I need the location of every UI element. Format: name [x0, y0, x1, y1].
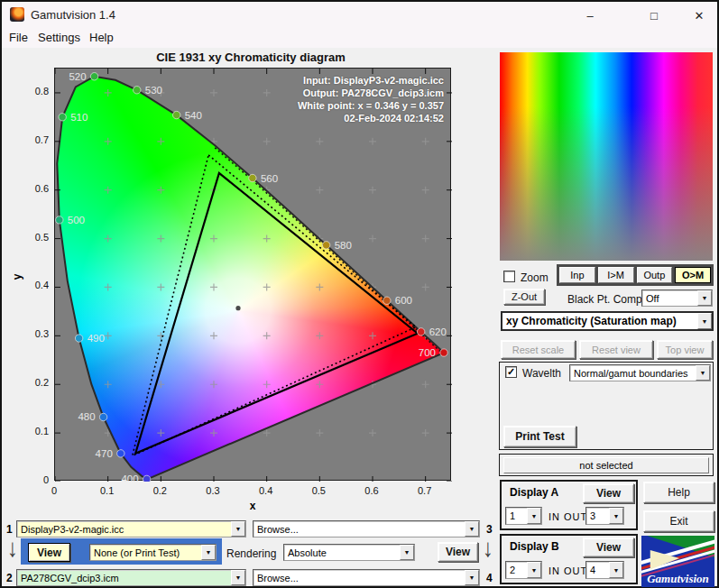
chevron-down-icon[interactable]: ▼ [231, 521, 245, 537]
io-button-inp[interactable]: Inp [559, 267, 595, 283]
output-view-button[interactable]: View [438, 542, 478, 562]
logo-text: Gamutvision [641, 572, 714, 586]
wavelength-label-520: 520 [69, 71, 86, 82]
io-button-om[interactable]: O>M [675, 267, 711, 283]
wavelength-label-490: 490 [88, 333, 105, 344]
grid-cross [105, 283, 112, 290]
wavelength-label-480: 480 [78, 411, 95, 422]
dotted-gamut-triangle [133, 155, 416, 456]
wavelength-label-540: 540 [185, 110, 202, 121]
hue-saturation-preview [500, 52, 713, 261]
y-tick-label: 0.3 [20, 328, 49, 339]
wavelength-dot-520 [90, 73, 97, 80]
grid-cross [157, 429, 164, 436]
chevron-down-icon[interactable]: ▼ [231, 570, 245, 585]
input-view-button[interactable]: View [28, 543, 70, 562]
help-button[interactable]: Help [643, 482, 714, 503]
display-b-view-button[interactable]: View [583, 537, 634, 557]
reset-view-button[interactable]: Reset view [579, 340, 653, 359]
rendering-intent-select[interactable]: Absolute ▼ [283, 544, 415, 561]
print-test-button[interactable]: Print Test [503, 426, 576, 447]
y-tick-label: 0.6 [20, 183, 49, 194]
grid-cross [105, 187, 112, 194]
input-browse-select[interactable]: Browse... ▼ [253, 520, 480, 537]
test-pattern-select[interactable]: None (or Print Test) ▼ [89, 544, 217, 561]
menu-settings[interactable]: Settings [38, 31, 80, 44]
grid-cross [316, 381, 323, 388]
menu-help[interactable]: Help [89, 31, 114, 44]
y-tick-label: 0.2 [20, 377, 49, 388]
display-a-view-button[interactable]: View [583, 483, 634, 503]
wavelength-dot-490 [75, 335, 82, 342]
y-tick-label: 0.7 [20, 134, 49, 145]
wavelength-dot-580 [322, 242, 329, 249]
zoom-checkbox[interactable] [503, 271, 515, 282]
annotation-output: Output: PA278CGV_dcip3.icm [298, 87, 444, 99]
rendering-label: Rendering [226, 547, 276, 560]
grid-cross [422, 138, 429, 145]
io-button-im[interactable]: I>M [598, 267, 634, 283]
flow-down-arrow-icon: ↓ [483, 534, 493, 563]
input-profile-select[interactable]: DisplayP3-v2-magic.icc ▼ [16, 520, 246, 537]
x-axis-label: x [245, 500, 260, 512]
chevron-down-icon[interactable]: ▼ [465, 521, 479, 537]
menu-bar: File Settings Help [2, 27, 717, 48]
grid-cross [263, 138, 271, 145]
io-button-group: Inp I>M Outp O>M [557, 264, 714, 286]
map-type-select[interactable]: xy Chromaticity (Saturation map) ▼ [501, 311, 714, 331]
wavelength-dot-700 [440, 349, 447, 356]
boundaries-select[interactable]: Normal/gamut boundaries ▼ [569, 364, 711, 381]
display-b-in-select[interactable]: 2 ▼ [505, 561, 542, 579]
display-a-title: Display A [510, 486, 558, 499]
chevron-down-icon[interactable]: ▼ [527, 508, 541, 524]
chevron-down-icon[interactable]: ▼ [609, 508, 623, 524]
x-tick-label: 0.5 [303, 485, 334, 496]
wavelength-label-560: 560 [261, 173, 278, 184]
display-b-out-select[interactable]: 4 ▼ [585, 561, 624, 579]
grid-cross [263, 89, 271, 96]
minimize-button-icon[interactable]: – [575, 5, 605, 25]
wavelth-checkbox-label: Wavelth [522, 367, 561, 380]
plot-overlay: 4004704804905005105205305405605806006207… [55, 69, 452, 482]
status-text: not selected [503, 457, 709, 473]
output-browse-select[interactable]: Browse... ▼ [253, 569, 480, 586]
wavelength-dot-400 [143, 475, 150, 482]
grid-cross [422, 429, 429, 436]
wavelength-label-530: 530 [145, 85, 162, 96]
grid-cross [105, 332, 112, 339]
io-button-outp[interactable]: Outp [637, 267, 673, 283]
wavelength-label-620: 620 [429, 326, 447, 337]
chevron-down-icon[interactable]: ▼ [697, 290, 712, 306]
output-profile-select[interactable]: PA278CGV_dcip3.icm ▼ [16, 569, 246, 586]
y-tick-label: 0.1 [20, 426, 49, 436]
chromaticity-plot[interactable]: 4004704804905005105205305405605806006207… [54, 68, 451, 481]
chevron-down-icon[interactable]: ▼ [697, 313, 712, 329]
grid-cross [105, 235, 112, 243]
maximize-button-icon[interactable]: □ [639, 5, 669, 25]
reset-scale-button[interactable]: Reset scale [501, 340, 576, 359]
chevron-down-icon[interactable]: ▼ [465, 570, 479, 585]
wavelength-dot-470 [117, 450, 124, 457]
menu-file[interactable]: File [9, 31, 28, 44]
chevron-down-icon[interactable]: ▼ [201, 545, 216, 560]
chevron-down-icon[interactable]: ▼ [527, 562, 541, 578]
chevron-down-icon[interactable]: ▼ [696, 365, 710, 381]
display-a-out-select[interactable]: 3 ▼ [585, 507, 624, 525]
wavelength-dot-530 [134, 87, 141, 94]
profile-2-index: 2 [6, 572, 13, 584]
close-button-icon[interactable]: ✕ [684, 5, 714, 25]
grid-cross [263, 283, 271, 290]
chevron-down-icon[interactable]: ▼ [400, 545, 414, 560]
z-out-button[interactable]: Z-Out [503, 289, 545, 305]
chevron-down-icon[interactable]: ▼ [609, 562, 623, 578]
display-b-inout-label: IN OUT [548, 565, 587, 576]
display-a-in-select[interactable]: 1 ▼ [505, 507, 542, 525]
grid-cross [263, 332, 271, 339]
grid-cross [369, 332, 376, 339]
black-pt-comp-select[interactable]: Off ▼ [641, 289, 713, 307]
top-view-button[interactable]: Top view [657, 340, 713, 359]
x-tick-label: 0.2 [144, 485, 175, 496]
wavelength-dot-510 [59, 114, 66, 121]
wavelth-checkbox[interactable]: ✓ [505, 366, 517, 378]
exit-button[interactable]: Exit [643, 510, 714, 532]
